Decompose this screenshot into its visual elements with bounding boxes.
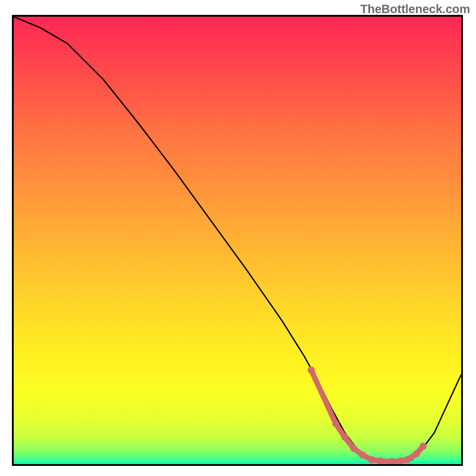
watermark-text: TheBottleneck.com bbox=[361, 2, 470, 16]
marker-dot bbox=[341, 434, 348, 441]
marker-dot bbox=[332, 420, 339, 427]
marker-dot bbox=[308, 367, 315, 374]
marker-dot bbox=[419, 443, 427, 450]
marker-dot bbox=[359, 452, 367, 459]
marker-dot bbox=[368, 456, 375, 463]
chart-container: TheBottleneck.com bbox=[0, 0, 476, 476]
marker-dot bbox=[350, 445, 358, 452]
highlight-markers bbox=[308, 367, 427, 464]
plot-area bbox=[12, 15, 463, 466]
marker-dot bbox=[404, 456, 411, 463]
marker-dot bbox=[413, 450, 420, 458]
bottleneck-curve bbox=[14, 17, 461, 462]
marker-segment bbox=[311, 370, 336, 424]
chart-overlay bbox=[14, 17, 461, 464]
